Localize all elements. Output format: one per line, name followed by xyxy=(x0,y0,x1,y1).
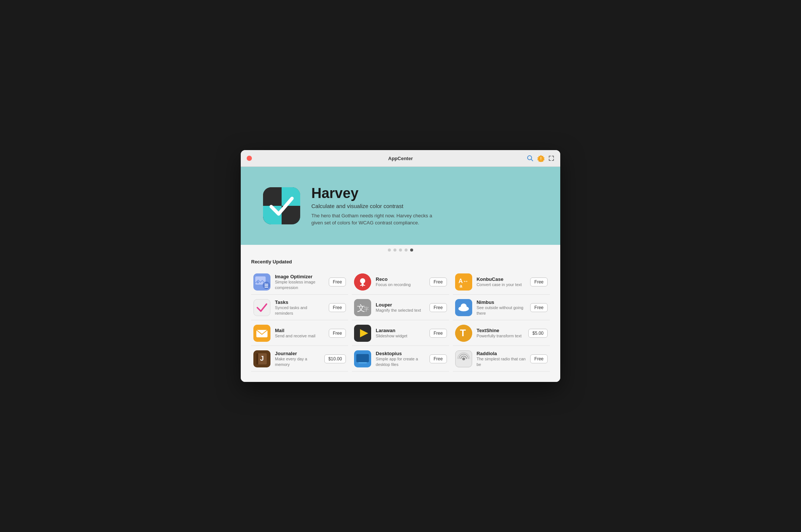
app-item-mail[interactable]: Mail Send and receive mail Free xyxy=(251,321,348,346)
app-icon-reco xyxy=(354,273,371,291)
expand-icon xyxy=(548,155,554,161)
badge-button[interactable]: ! xyxy=(537,155,545,162)
app-name: Desktopius xyxy=(376,351,425,356)
hero-app-name: Harvey xyxy=(311,185,438,201)
app-desc: Synced tasks and reminders xyxy=(275,305,324,316)
price-button[interactable]: Free xyxy=(429,329,447,338)
search-icon xyxy=(527,155,534,162)
app-icon-image-optimizer xyxy=(253,273,270,291)
app-desc: Powerfully transform text xyxy=(477,333,524,339)
price-button[interactable]: Free xyxy=(429,354,447,363)
price-button[interactable]: Free xyxy=(429,278,447,286)
app-name: Tasks xyxy=(275,299,324,305)
expand-button[interactable] xyxy=(548,155,554,161)
app-item-konbucase[interactable]: A↔a KonbuCase Convert case in your text … xyxy=(453,270,550,295)
app-info: Nimbus See outside without going there xyxy=(477,299,526,316)
dot-5[interactable] xyxy=(410,249,413,252)
app-info: Desktopius Simple app for create a deskt… xyxy=(376,351,425,367)
price-button[interactable]: $5.00 xyxy=(528,329,548,338)
dot-3[interactable] xyxy=(399,249,402,252)
app-icon-larawan xyxy=(354,325,371,342)
dot-1[interactable] xyxy=(388,249,391,252)
app-icon-textshine: T xyxy=(455,325,472,342)
app-icon-konbucase: A↔a xyxy=(455,273,472,291)
app-name: TextShine xyxy=(477,328,524,333)
app-item-larawan[interactable]: Larawan Slideshow widget Free xyxy=(352,321,449,346)
price-button[interactable]: Free xyxy=(429,303,447,312)
app-name: Reco xyxy=(376,276,425,282)
app-name: Nimbus xyxy=(477,299,526,305)
price-button[interactable]: Free xyxy=(530,354,548,363)
price-button[interactable]: Free xyxy=(329,303,346,312)
titlebar-controls: ✕ xyxy=(247,156,252,161)
app-item-louper[interactable]: 文字 Louper Magnify the selected text Free xyxy=(352,295,449,320)
app-name: Louper xyxy=(376,302,425,308)
app-desc: Magnify the selected text xyxy=(376,308,425,313)
hero-app-icon xyxy=(263,187,300,224)
hero-text: Harvey Calculate and visualize color con… xyxy=(311,185,438,227)
app-desc: See outside without going there xyxy=(477,305,526,316)
app-desc: Slideshow widget xyxy=(376,333,425,339)
app-item-reco[interactable]: Reco Focus on recording Free xyxy=(352,270,449,295)
app-icon-journaler: J xyxy=(253,350,270,367)
app-item-textshine[interactable]: T TextShine Powerfully transform text $5… xyxy=(453,321,550,346)
price-button[interactable]: Free xyxy=(530,303,548,312)
app-icon-desktopius xyxy=(354,350,371,367)
hero-subtitle: Calculate and visualize color contrast xyxy=(311,203,438,209)
titlebar-actions: ! xyxy=(527,155,554,162)
titlebar: ✕ AppCenter ! xyxy=(241,150,560,167)
app-info: TextShine Powerfully transform text xyxy=(477,328,524,339)
app-name: Image Optimizer xyxy=(275,274,324,279)
svg-text:字: 字 xyxy=(364,306,369,312)
svg-text:!: ! xyxy=(540,157,541,161)
svg-text:T: T xyxy=(460,327,466,338)
svg-rect-43 xyxy=(359,362,367,363)
price-button[interactable]: $10.00 xyxy=(324,354,346,363)
app-name: KonbuCase xyxy=(477,276,526,282)
app-info: Mail Send and receive mail xyxy=(275,328,324,339)
price-button[interactable]: Free xyxy=(329,329,346,338)
close-button[interactable]: ✕ xyxy=(247,156,252,161)
badge-icon: ! xyxy=(537,155,545,162)
app-info: Image Optimizer Simple lossless image co… xyxy=(275,274,324,291)
dot-4[interactable] xyxy=(405,249,408,252)
app-info: Reco Focus on recording xyxy=(376,276,425,288)
app-icon-raddiola xyxy=(455,350,472,367)
svg-rect-13 xyxy=(265,285,268,286)
app-info: KonbuCase Convert case in your text xyxy=(477,276,526,288)
apps-grid: Image Optimizer Simple lossless image co… xyxy=(251,270,550,372)
svg-text:J: J xyxy=(260,355,264,362)
app-item-raddiola[interactable]: Raddiola The simplest radio that can be … xyxy=(453,347,550,372)
price-button[interactable]: Free xyxy=(329,278,346,286)
search-button[interactable] xyxy=(527,155,534,162)
price-button[interactable]: Free xyxy=(530,278,548,286)
app-desc: The simplest radio that can be xyxy=(477,356,526,367)
app-item-nimbus[interactable]: Nimbus See outside without going there F… xyxy=(453,295,550,320)
app-info: Journaler Make every day a memory xyxy=(275,351,320,367)
svg-rect-24 xyxy=(254,299,270,316)
window-title: AppCenter xyxy=(388,156,413,161)
app-item-journaler[interactable]: J Journaler Make every day a memory $10.… xyxy=(251,347,348,372)
svg-rect-20 xyxy=(362,286,363,287)
svg-point-45 xyxy=(462,357,465,360)
svg-rect-14 xyxy=(265,287,268,288)
app-desc: Focus on recording xyxy=(376,282,425,288)
app-item-tasks[interactable]: Tasks Synced tasks and reminders Free xyxy=(251,295,348,320)
app-icon-louper: 文字 xyxy=(354,299,371,316)
app-item-image-optimizer[interactable]: Image Optimizer Simple lossless image co… xyxy=(251,270,348,295)
svg-point-17 xyxy=(360,278,365,283)
svg-point-30 xyxy=(458,306,469,311)
hero-banner[interactable]: Harvey Calculate and visualize color con… xyxy=(241,167,560,245)
app-item-desktopius[interactable]: Desktopius Simple app for create a deskt… xyxy=(352,347,449,372)
svg-rect-6 xyxy=(282,187,300,206)
svg-rect-19 xyxy=(360,285,365,286)
svg-rect-12 xyxy=(265,284,268,285)
app-name: Larawan xyxy=(376,328,425,333)
app-name: Mail xyxy=(275,328,324,333)
app-desc: Send and receive mail xyxy=(275,333,324,339)
carousel-dots xyxy=(241,245,560,254)
dot-2[interactable] xyxy=(393,249,396,252)
main-content: Recently Updated Image Optimizer Simple … xyxy=(241,254,560,382)
app-desc: Make every day a memory xyxy=(275,356,320,367)
hero-description: The hero that Gotham needs right now. Ha… xyxy=(311,212,438,227)
